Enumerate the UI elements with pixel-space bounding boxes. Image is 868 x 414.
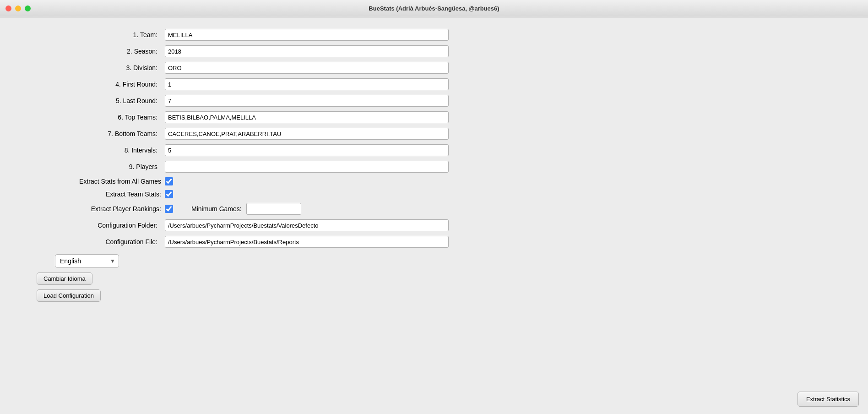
checkbox-label-extract-rankings: Extract Player Rankings:	[18, 205, 165, 212]
config-folder-row: Configuration Folder:	[18, 219, 850, 231]
field-row-team: 1. Team:	[18, 29, 850, 41]
checkbox-label-extract-team: Extract Team Stats:	[18, 191, 165, 198]
bottom-bar: Extract Statistics	[788, 384, 868, 414]
extract-statistics-button[interactable]: Extract Statistics	[797, 392, 859, 407]
checkbox-label-extract-all: Extract Stats from All Games	[18, 178, 165, 185]
config-file-row: Configuration File:	[18, 236, 850, 248]
input-top-teams[interactable]	[165, 111, 449, 123]
config-file-input[interactable]	[165, 236, 449, 248]
language-select[interactable]: EnglishSpanish	[55, 254, 119, 268]
config-folder-input[interactable]	[165, 219, 449, 231]
window-controls	[5, 5, 31, 11]
checkbox-wrapper-extract-all	[165, 177, 173, 185]
checkbox-extract-rankings[interactable]	[165, 205, 173, 213]
checkbox-row-extract-team: Extract Team Stats:	[18, 190, 850, 198]
label-division: 3. Division:	[18, 64, 165, 71]
label-top-teams: 6. Top Teams:	[18, 114, 165, 121]
main-content: 1. Team:2. Season:3. Division:4. First R…	[0, 17, 868, 311]
label-first-round: 4. First Round:	[18, 81, 165, 88]
field-row-season: 2. Season:	[18, 45, 850, 57]
field-row-bottom-teams: 7. Bottom Teams:	[18, 128, 850, 140]
checkbox-extract-team[interactable]	[165, 190, 173, 198]
input-intervals[interactable]	[165, 144, 449, 156]
label-team: 1. Team:	[18, 31, 165, 38]
field-row-players: 9. Players	[18, 161, 850, 173]
label-players: 9. Players	[18, 163, 165, 170]
label-last-round: 5. Last Round:	[18, 97, 165, 104]
field-row-intervals: 8. Intervals:	[18, 144, 850, 156]
field-row-division: 3. Division:	[18, 62, 850, 74]
min-games-label: Minimum Games:	[191, 205, 242, 212]
close-button[interactable]	[5, 5, 11, 11]
input-season[interactable]	[165, 45, 449, 57]
input-bottom-teams[interactable]	[165, 128, 449, 140]
label-bottom-teams: 7. Bottom Teams:	[18, 130, 165, 137]
checkbox-wrapper-extract-rankings: Minimum Games:	[165, 203, 301, 215]
window-title: BueStats (Adrià Arbués-Sangüesa, @arbues…	[369, 5, 499, 12]
input-first-round[interactable]	[165, 78, 449, 90]
checkbox-row-extract-rankings: Extract Player Rankings:Minimum Games:	[18, 203, 850, 215]
input-team[interactable]	[165, 29, 449, 41]
cambiar-idioma-button[interactable]: Cambiar Idioma	[37, 272, 92, 285]
checkbox-wrapper-extract-team	[165, 190, 173, 198]
language-row: EnglishSpanish ▼	[55, 254, 850, 268]
minimize-button[interactable]	[15, 5, 21, 11]
min-games-input[interactable]	[246, 203, 301, 215]
input-last-round[interactable]	[165, 95, 449, 107]
load-configuration-button[interactable]: Load Configuration	[37, 289, 101, 302]
min-games-section: Minimum Games:	[191, 203, 301, 215]
maximize-button[interactable]	[25, 5, 31, 11]
title-bar: BueStats (Adrià Arbués-Sangüesa, @arbues…	[0, 0, 868, 17]
language-select-wrapper: EnglishSpanish ▼	[55, 254, 119, 268]
checkbox-extract-all[interactable]	[165, 177, 173, 185]
checkbox-row-extract-all: Extract Stats from All Games	[18, 177, 850, 185]
field-row-top-teams: 6. Top Teams:	[18, 111, 850, 123]
input-division[interactable]	[165, 62, 449, 74]
config-file-label: Configuration File:	[18, 238, 165, 245]
field-row-first-round: 4. First Round:	[18, 78, 850, 90]
language-section: EnglishSpanish ▼ Cambiar Idioma Load Con…	[37, 254, 850, 302]
label-season: 2. Season:	[18, 48, 165, 55]
field-row-last-round: 5. Last Round:	[18, 95, 850, 107]
label-intervals: 8. Intervals:	[18, 147, 165, 154]
config-folder-label: Configuration Folder:	[18, 222, 165, 229]
input-players[interactable]	[165, 161, 449, 173]
